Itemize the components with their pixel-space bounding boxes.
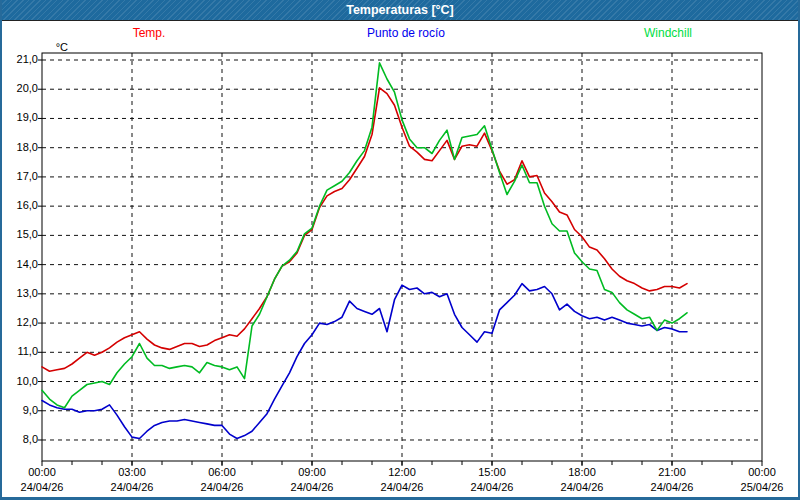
x-axis-time-label: 00:00: [732, 466, 792, 478]
x-axis-time-label: 12:00: [372, 466, 432, 478]
x-axis-date-label: 24/04/26: [280, 481, 344, 493]
x-axis-time-label: 21:00: [642, 466, 702, 478]
y-axis-tick-label: 12,0: [8, 316, 38, 328]
series-line-temp-: [42, 88, 687, 372]
app-window: Temperaturas [°C] Temp. Punto de rocío W…: [0, 0, 800, 500]
x-axis-time-label: 03:00: [102, 466, 162, 478]
x-axis-time-label: 09:00: [282, 466, 342, 478]
chart-canvas: [2, 0, 798, 497]
x-axis-date-label: 24/04/26: [370, 481, 434, 493]
x-axis-date-label: 24/04/26: [640, 481, 704, 493]
x-axis-date-label: 24/04/26: [190, 481, 254, 493]
series-line-punto-de-roc-o: [42, 284, 687, 439]
y-axis-tick-label: 13,0: [8, 287, 38, 299]
x-axis-time-label: 15:00: [462, 466, 522, 478]
x-axis-date-label: 25/04/26: [730, 481, 794, 493]
y-axis-tick-label: 21,0: [8, 53, 38, 65]
y-axis-tick-label: 8,0: [8, 433, 38, 445]
y-axis-tick-label: 18,0: [8, 141, 38, 153]
y-axis-tick-label: 9,0: [8, 404, 38, 416]
y-axis-tick-label: 17,0: [8, 170, 38, 182]
y-axis-tick-label: 20,0: [8, 82, 38, 94]
x-axis-time-label: 06:00: [192, 466, 252, 478]
x-axis-time-label: 00:00: [12, 466, 72, 478]
y-axis-tick-label: 11,0: [8, 345, 38, 357]
y-axis-tick-label: 19,0: [8, 111, 38, 123]
x-axis-date-label: 24/04/26: [460, 481, 524, 493]
x-axis-date-label: 24/04/26: [100, 481, 164, 493]
x-axis-time-label: 18:00: [552, 466, 612, 478]
y-axis-tick-label: 15,0: [8, 228, 38, 240]
x-axis-date-label: 24/04/26: [550, 481, 614, 493]
x-axis-date-label: 24/04/26: [10, 481, 74, 493]
y-axis-tick-label: 14,0: [8, 258, 38, 270]
y-axis-tick-label: 10,0: [8, 375, 38, 387]
y-axis-tick-label: 16,0: [8, 199, 38, 211]
